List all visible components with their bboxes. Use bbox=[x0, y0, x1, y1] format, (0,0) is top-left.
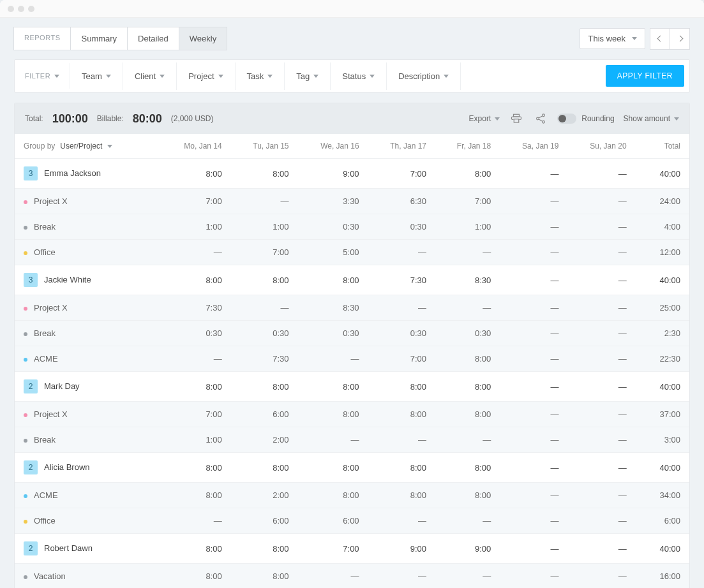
user-row[interactable]: 3Jackie White8:008:008:007:308:30——40:00 bbox=[15, 265, 689, 295]
filter-label[interactable]: FILTER bbox=[15, 63, 70, 89]
filter-client[interactable]: Client bbox=[123, 62, 177, 90]
column-header: Sa, Jan 19 bbox=[500, 134, 567, 159]
project-row[interactable]: Project X7:00—3:306:307:00——24:00 bbox=[15, 189, 689, 214]
cell: — bbox=[435, 427, 500, 453]
cell: 7:00 bbox=[161, 189, 231, 214]
next-week-button[interactable] bbox=[670, 28, 690, 50]
cell: — bbox=[567, 240, 635, 265]
project-row[interactable]: Office—7:005:00————12:00 bbox=[15, 240, 689, 265]
group-by-selector[interactable]: Group by User/Project bbox=[24, 142, 153, 151]
cell: — bbox=[500, 534, 567, 564]
rounding-toggle[interactable] bbox=[557, 114, 576, 124]
cell: 8:00 bbox=[231, 564, 298, 589]
project-row[interactable]: ACME—7:30—7:008:00——22:30 bbox=[15, 346, 689, 372]
cell: 7:00 bbox=[368, 346, 435, 372]
date-range-picker[interactable]: This week bbox=[580, 28, 645, 49]
project-name: Break bbox=[34, 328, 56, 338]
column-header: Su, Jan 20 bbox=[567, 134, 635, 159]
cell: 7:00 bbox=[368, 159, 435, 189]
cell: 8:00 bbox=[298, 265, 368, 295]
caret-down-icon bbox=[444, 75, 449, 78]
cell: 9:00 bbox=[298, 159, 368, 189]
cell: 0:30 bbox=[298, 321, 368, 346]
filter-item-label: Tag bbox=[296, 71, 310, 81]
export-menu[interactable]: Export bbox=[469, 114, 500, 123]
cell: 3:30 bbox=[298, 189, 368, 214]
tab-detailed[interactable]: Detailed bbox=[127, 27, 179, 50]
filter-team[interactable]: Team bbox=[70, 62, 123, 90]
tab-weekly[interactable]: Weekly bbox=[179, 27, 227, 50]
project-bullet-icon bbox=[24, 494, 27, 498]
project-row[interactable]: ACME8:002:008:008:008:00——34:00 bbox=[15, 483, 689, 508]
project-bullet-icon bbox=[24, 358, 27, 362]
cell: 8:00 bbox=[298, 483, 368, 508]
cell: 8:30 bbox=[298, 295, 368, 321]
print-button[interactable] bbox=[509, 111, 524, 126]
filter-description[interactable]: Description bbox=[387, 62, 461, 90]
cell: — bbox=[500, 453, 567, 483]
user-row[interactable]: 2Robert Dawn8:008:007:009:009:00——40:00 bbox=[15, 534, 689, 564]
project-row[interactable]: Office—6:006:00————6:00 bbox=[15, 508, 689, 534]
cell: 0:30 bbox=[368, 321, 435, 346]
filter-status[interactable]: Status bbox=[331, 62, 387, 90]
group-by-value: User/Project bbox=[60, 142, 102, 151]
show-amount-menu[interactable]: Show amount bbox=[624, 114, 679, 123]
project-count-badge: 2 bbox=[24, 379, 38, 393]
cell: — bbox=[435, 508, 500, 534]
filter-task[interactable]: Task bbox=[236, 62, 285, 90]
cell: — bbox=[500, 265, 567, 295]
cell: — bbox=[368, 427, 435, 453]
user-row[interactable]: 2Alicia Brown8:008:008:008:008:00——40:00 bbox=[15, 453, 689, 483]
billable-label: Billable: bbox=[97, 114, 124, 123]
cell: 2:30 bbox=[636, 321, 689, 346]
cell: — bbox=[500, 508, 567, 534]
filter-tag[interactable]: Tag bbox=[285, 62, 331, 90]
cell: 24:00 bbox=[636, 189, 689, 214]
cell: — bbox=[500, 214, 567, 240]
user-name: Jackie White bbox=[44, 275, 91, 284]
column-header: Fr, Jan 18 bbox=[435, 134, 500, 159]
cell: 40:00 bbox=[636, 453, 689, 483]
cell: — bbox=[500, 483, 567, 508]
cell: — bbox=[368, 564, 435, 589]
user-row[interactable]: 3Emma Jackson8:008:009:007:008:00——40:00 bbox=[15, 159, 689, 189]
project-row[interactable]: Project X7:30—8:30————25:00 bbox=[15, 295, 689, 321]
cell: — bbox=[500, 402, 567, 427]
cell: 8:00 bbox=[161, 453, 231, 483]
user-row[interactable]: 2Mark Day8:008:008:008:008:00——40:00 bbox=[15, 372, 689, 402]
cell: 7:30 bbox=[368, 265, 435, 295]
cell: — bbox=[161, 346, 231, 372]
prev-week-button[interactable] bbox=[650, 28, 670, 50]
cell: 8:00 bbox=[161, 372, 231, 402]
project-bullet-icon bbox=[24, 575, 27, 579]
cell: 6:00 bbox=[231, 402, 298, 427]
cell: 8:00 bbox=[435, 483, 500, 508]
cell: — bbox=[567, 427, 635, 453]
filter-bar: FILTER TeamClientProjectTaskTagStatusDes… bbox=[14, 59, 690, 92]
total-value: 100:00 bbox=[52, 112, 88, 126]
project-row[interactable]: Break0:300:300:300:300:30——2:30 bbox=[15, 321, 689, 346]
cell: 0:30 bbox=[298, 214, 368, 240]
date-range-label: This week bbox=[588, 34, 625, 43]
chevron-right-icon bbox=[677, 36, 683, 42]
cell: 0:30 bbox=[161, 321, 231, 346]
rounding-label: Rounding bbox=[581, 114, 614, 123]
project-row[interactable]: Break1:002:00—————3:00 bbox=[15, 427, 689, 453]
cell: — bbox=[500, 321, 567, 346]
project-row[interactable]: Break1:001:000:300:301:00——4:00 bbox=[15, 214, 689, 240]
cell: 8:00 bbox=[161, 564, 231, 589]
cell: 8:00 bbox=[368, 372, 435, 402]
tab-summary[interactable]: Summary bbox=[70, 27, 128, 50]
project-row[interactable]: Project X7:006:008:008:008:00——37:00 bbox=[15, 402, 689, 427]
project-count-badge: 3 bbox=[24, 166, 38, 180]
filter-item-label: Task bbox=[247, 71, 264, 81]
cell: 0:30 bbox=[368, 214, 435, 240]
filter-project[interactable]: Project bbox=[177, 62, 235, 90]
cell: 8:00 bbox=[161, 534, 231, 564]
cell: 8:00 bbox=[435, 402, 500, 427]
share-button[interactable] bbox=[533, 111, 548, 126]
apply-filter-button[interactable]: APPLY FILTER bbox=[606, 65, 684, 87]
cell: 1:00 bbox=[161, 427, 231, 453]
project-row[interactable]: Vacation8:008:00—————16:00 bbox=[15, 564, 689, 589]
cell: 40:00 bbox=[636, 159, 689, 189]
